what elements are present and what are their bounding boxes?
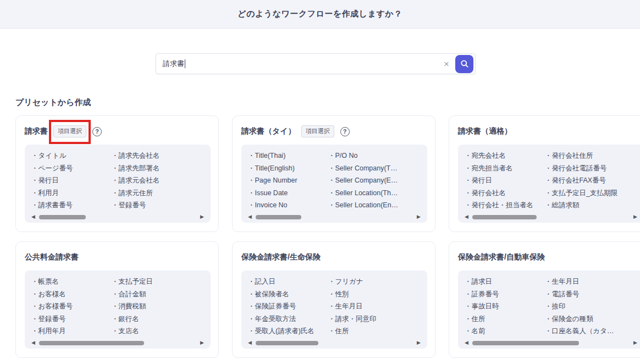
preset-card[interactable]: 請求書 項目選択 ? ・タイトル・ページ番号・発行日・利用月・請求書番号・請求先…: [15, 115, 219, 232]
field-column: ・請求日・証券番号・事故日時・住所・名前: [465, 275, 545, 339]
field-column: ・P/O No・Seller Company(T…・Seller Company…: [328, 150, 421, 213]
field-columns: ・宛先会社名・宛先担当者名・発行日・発行会社名・発行会社・担当者名・発行会社住所…: [465, 150, 637, 213]
field-item: ・支店名: [112, 325, 204, 338]
field-item: ・発行会社・担当者名: [465, 199, 545, 212]
field-item: ・事故日時: [465, 300, 545, 313]
scrollbar-thumb[interactable]: [256, 341, 318, 345]
horizontal-scrollbar[interactable]: ◀ ▶: [465, 340, 637, 346]
field-item: ・Seller Location(En…: [328, 199, 421, 212]
scroll-left-icon[interactable]: ◀: [31, 340, 35, 345]
card-title: 請求書: [25, 126, 48, 136]
field-column: ・生年月日・電話番号・捺印・保険金の種類・口座名義人（カタ…: [545, 275, 637, 339]
search-icon: [460, 59, 469, 68]
field-item: ・Title(English): [248, 162, 328, 175]
field-item: ・総請求額: [545, 199, 637, 212]
help-icon[interactable]: ?: [340, 127, 350, 136]
field-item: ・利用年月: [31, 325, 112, 338]
preset-grid: 請求書 項目選択 ? ・タイトル・ページ番号・発行日・利用月・請求書番号・請求先…: [0, 115, 640, 358]
scroll-left-icon[interactable]: ◀: [465, 340, 468, 345]
horizontal-scrollbar[interactable]: ◀ ▶: [31, 214, 204, 220]
scrollbar-thumb[interactable]: [39, 215, 86, 219]
scroll-left-icon[interactable]: ◀: [248, 214, 252, 219]
card-title: 請求書（タイ）: [241, 126, 296, 136]
field-item: ・保険証券番号: [248, 300, 328, 313]
horizontal-scrollbar[interactable]: ◀ ▶: [248, 340, 421, 346]
scroll-right-icon[interactable]: ▶: [200, 340, 204, 345]
field-item: ・宛先会社名: [465, 150, 545, 162]
scrollbar-thumb[interactable]: [472, 341, 579, 345]
field-column: ・支払予定日・合計金額・消費税額・銀行名・支店名: [112, 275, 204, 339]
preset-card[interactable]: 請求書（タイ） 項目選択 ? ・Title(Thai)・Title(Englis…: [232, 115, 435, 232]
field-item: ・お客様番号: [31, 300, 112, 313]
scrollbar-track[interactable]: [39, 215, 196, 219]
field-item: ・P/O No: [328, 150, 421, 162]
scroll-left-icon[interactable]: ◀: [248, 340, 252, 345]
field-columns: ・記入日・被保険者名・保険証券番号・年金受取方法・受取人(請求者)氏名・フリガナ…: [248, 275, 421, 339]
scroll-right-icon[interactable]: ▶: [633, 214, 637, 219]
page-title: どのようなワークフローを作成しますか？: [238, 9, 402, 19]
field-item: ・証券番号: [465, 288, 545, 301]
field-item: ・請求元会社名: [112, 174, 204, 187]
preset-card[interactable]: 請求書（適格） ・宛先会社名・宛先担当者名・発行日・発行会社名・発行会社・担当者…: [449, 115, 640, 232]
horizontal-scrollbar[interactable]: ◀ ▶: [465, 214, 637, 220]
card-title: 公共料金請求書: [25, 252, 79, 262]
search-button[interactable]: [455, 55, 473, 73]
card-header: 請求書（適格）: [458, 123, 640, 140]
field-columns: ・Title(Thai)・Title(English)・Page Number・…: [248, 150, 421, 213]
preset-card[interactable]: 保険金請求書/自動車保険 ・請求日・証券番号・事故日時・住所・名前・生年月日・電…: [449, 241, 640, 358]
scrollbar-thumb[interactable]: [472, 215, 537, 219]
field-item: ・生年月日: [545, 275, 637, 288]
field-item: ・宛先担当者名: [465, 162, 545, 175]
section-heading: プリセットから作成: [15, 97, 640, 108]
field-columns: ・請求日・証券番号・事故日時・住所・名前・生年月日・電話番号・捺印・保険金の種類…: [465, 275, 637, 339]
card-header: 保険金請求書/自動車保険: [458, 249, 640, 266]
field-column: ・帳票名・お客様名・お客様番号・登録番号・利用年月: [31, 275, 112, 339]
help-icon[interactable]: ?: [92, 127, 102, 136]
scrollbar-track[interactable]: [472, 215, 629, 219]
field-item: ・請求・同意印: [328, 313, 421, 326]
search-input[interactable]: 請求書 ×: [156, 53, 476, 74]
item-select-button[interactable]: 項目選択: [301, 125, 334, 137]
scrollbar-track[interactable]: [39, 341, 196, 345]
scrollbar-track[interactable]: [472, 341, 629, 345]
field-item: ・発行日: [465, 174, 545, 187]
field-item: ・住所: [328, 325, 421, 338]
chip-area: 項目選択: [301, 125, 334, 137]
scroll-left-icon[interactable]: ◀: [465, 214, 468, 219]
scroll-right-icon[interactable]: ▶: [200, 214, 204, 219]
item-select-button[interactable]: 項目選択: [53, 125, 86, 137]
field-columns: ・タイトル・ページ番号・発行日・利用月・請求書番号・請求先会社名・請求先部署名・…: [31, 150, 204, 213]
scroll-right-icon[interactable]: ▶: [417, 214, 421, 219]
chip-area: 項目選択: [53, 125, 86, 137]
scrollbar-track[interactable]: [256, 341, 412, 345]
field-item: ・請求先会社名: [112, 150, 204, 162]
field-item: ・請求元住所: [112, 187, 204, 200]
field-item: ・Page Number: [248, 174, 328, 187]
scrollbar-track[interactable]: [256, 215, 412, 219]
field-item: ・電話番号: [545, 288, 637, 301]
preset-card[interactable]: 保険金請求書/生命保険 ・記入日・被保険者名・保険証券番号・年金受取方法・受取人…: [232, 241, 435, 358]
search-value: 請求書: [163, 59, 184, 69]
clear-icon[interactable]: ×: [438, 59, 455, 69]
scrollbar-thumb[interactable]: [39, 341, 144, 345]
field-item: ・銀行名: [112, 313, 204, 326]
card-title: 保険金請求書/生命保険: [241, 252, 321, 262]
scroll-left-icon[interactable]: ◀: [31, 214, 35, 219]
horizontal-scrollbar[interactable]: ◀ ▶: [248, 214, 421, 220]
horizontal-scrollbar[interactable]: ◀ ▶: [31, 340, 204, 346]
preset-card[interactable]: 公共料金請求書 ・帳票名・お客様名・お客様番号・登録番号・利用年月・支払予定日・…: [15, 241, 219, 358]
scroll-right-icon[interactable]: ▶: [417, 340, 421, 345]
field-list-panel: ・請求日・証券番号・事故日時・住所・名前・生年月日・電話番号・捺印・保険金の種類…: [458, 271, 640, 349]
scrollbar-thumb[interactable]: [256, 215, 301, 219]
field-item: ・支払予定日: [112, 275, 204, 288]
field-item: ・登録番号: [112, 199, 204, 212]
field-item: ・お客様名: [31, 288, 112, 301]
field-item: ・発行日: [31, 174, 112, 187]
scroll-right-icon[interactable]: ▶: [633, 340, 637, 345]
field-item: ・ページ番号: [31, 162, 112, 175]
field-item: ・性別: [328, 288, 421, 301]
field-item: ・請求書番号: [31, 199, 112, 212]
field-item: ・請求日: [465, 275, 545, 288]
field-column: ・タイトル・ページ番号・発行日・利用月・請求書番号: [31, 150, 112, 213]
card-header: 請求書（タイ） 項目選択 ?: [241, 123, 427, 140]
